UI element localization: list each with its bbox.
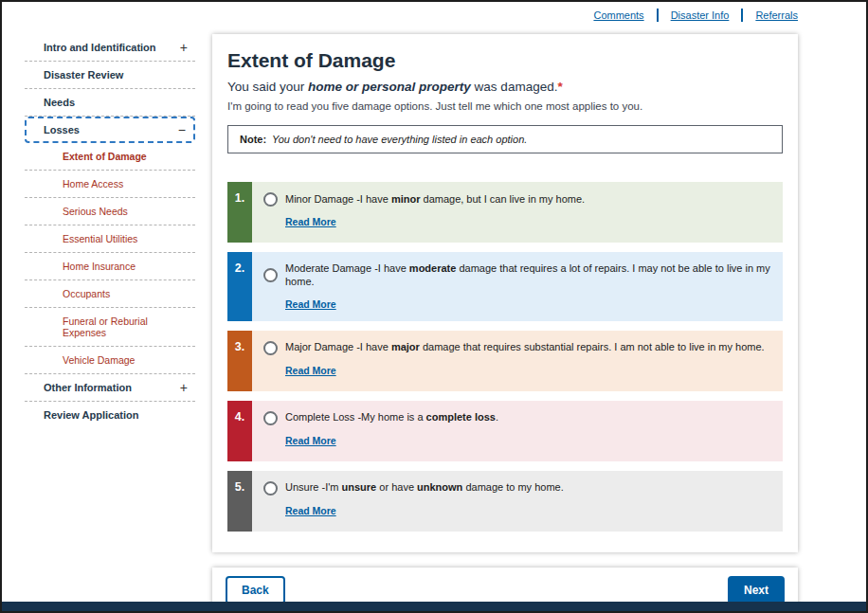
option-select-area[interactable]: Major Damage -I have major damage that r… xyxy=(263,341,771,355)
radio-button[interactable] xyxy=(263,268,278,282)
emphasized-text: home or personal property xyxy=(308,80,471,94)
option-text: Complete Loss -My home is a complete los… xyxy=(285,411,498,424)
note-label: Note: xyxy=(240,134,266,145)
option-select-area[interactable]: Unsure -I'm unsure or have unknown damag… xyxy=(263,481,771,496)
radio-button[interactable] xyxy=(263,341,278,355)
collapse-minus-icon[interactable]: − xyxy=(178,125,186,135)
next-button[interactable]: Next xyxy=(728,576,785,604)
read-more-link[interactable]: Read More xyxy=(285,365,336,376)
sidebar-subitem-serious-needs[interactable]: Serious Needs xyxy=(25,198,195,225)
option-select-area[interactable]: Complete Loss -My home is a complete los… xyxy=(263,411,771,425)
damage-option-moderate: 2. Moderate Damage -I have moderate dama… xyxy=(227,252,783,321)
sidebar-item-label: Losses xyxy=(44,124,80,135)
option-number-block: 2. xyxy=(227,252,252,321)
topbar: Comments Disaster Info Referrals xyxy=(2,2,866,28)
sidebar-item-label: Disaster Review xyxy=(44,69,123,81)
application-window: Comments Disaster Info Referrals Intro a… xyxy=(0,0,868,613)
sidebar-subitem-label: Essential Utilities xyxy=(63,233,137,244)
sidebar-subitem-funeral-or-reburial-expenses[interactable]: Funeral or Reburial Expenses xyxy=(25,308,195,347)
read-more-link[interactable]: Read More xyxy=(285,298,336,310)
read-more-link[interactable]: Read More xyxy=(285,216,336,227)
read-more-link[interactable]: Read More xyxy=(285,435,336,446)
expand-plus-icon[interactable]: + xyxy=(180,383,188,392)
sidebar-subitem-label: Home Insurance xyxy=(63,261,136,272)
sidebar-subitem-home-access[interactable]: Home Access xyxy=(25,171,195,198)
option-number-block: 1. xyxy=(227,182,252,243)
instruction-text: I'm going to read you five damage option… xyxy=(227,100,783,112)
option-text: Moderate Damage -I have moderate damage … xyxy=(285,262,771,289)
sidebar-subitem-label: Serious Needs xyxy=(63,206,128,217)
sidebar-subitem-label: Funeral or Reburial Expenses xyxy=(63,316,148,338)
radio-button[interactable] xyxy=(263,192,278,207)
option-body: Major Damage -I have major damage that r… xyxy=(252,331,783,391)
sidebar-item-disaster-review[interactable]: Disaster Review xyxy=(25,62,195,89)
damage-option-complete-loss: 4. Complete Loss -My home is a complete … xyxy=(227,401,783,461)
sidebar-item-needs[interactable]: Needs xyxy=(25,89,195,117)
sidebar-item-label: Other Information xyxy=(44,382,132,393)
damage-option-unsure: 5. Unsure -I'm unsure or have unknown da… xyxy=(227,471,783,532)
sidebar-subitem-occupants[interactable]: Occupants xyxy=(25,280,195,308)
sidebar-subitem-vehicle-damage[interactable]: Vehicle Damage xyxy=(25,347,195,374)
content-area: Intro and Identification + Disaster Revi… xyxy=(2,28,866,613)
option-number-block: 3. xyxy=(227,331,252,391)
back-button[interactable]: Back xyxy=(226,576,285,604)
sidebar-subitem-label: Occupants xyxy=(63,288,110,299)
option-number-block: 5. xyxy=(227,471,252,532)
option-text: Minor Damage -I have minor damage, but I… xyxy=(285,193,585,207)
form-card: Extent of Damage You said your home or p… xyxy=(212,34,798,552)
disaster-info-link[interactable]: Disaster Info xyxy=(671,9,730,21)
option-text: Unsure -I'm unsure or have unknown damag… xyxy=(285,481,564,495)
separator-bar xyxy=(741,9,743,22)
sidebar-subitem-essential-utilities[interactable]: Essential Utilities xyxy=(25,225,195,253)
read-more-link[interactable]: Read More xyxy=(285,505,336,516)
sidebar-item-label: Review Application xyxy=(44,409,138,421)
question-text: You said your home or personal property … xyxy=(227,80,783,94)
sidebar-item-intro-and-identification[interactable]: Intro and Identification + xyxy=(25,34,195,62)
option-body: Complete Loss -My home is a complete los… xyxy=(252,401,783,461)
comments-link[interactable]: Comments xyxy=(593,9,643,21)
expand-plus-icon[interactable]: + xyxy=(180,43,188,52)
separator-bar xyxy=(657,9,659,22)
damage-option-minor: 1. Minor Damage -I have minor damage, bu… xyxy=(227,182,783,243)
sidebar-item-review-application[interactable]: Review Application xyxy=(25,402,195,428)
site-footer-bar xyxy=(2,602,866,611)
option-text: Major Damage -I have major damage that r… xyxy=(285,341,765,354)
sidebar-subitem-label: Extent of Damage xyxy=(63,151,147,162)
sidebar-item-label: Needs xyxy=(44,97,75,108)
required-asterisk: * xyxy=(557,80,562,94)
option-select-area[interactable]: Moderate Damage -I have moderate damage … xyxy=(263,262,771,289)
option-body: Minor Damage -I have minor damage, but I… xyxy=(252,182,783,243)
note-text: You don't need to have everything listed… xyxy=(269,134,527,145)
option-select-area[interactable]: Minor Damage -I have minor damage, but I… xyxy=(263,192,771,207)
radio-button[interactable] xyxy=(263,411,278,425)
sidebar-subitem-home-insurance[interactable]: Home Insurance xyxy=(25,253,195,280)
page-title: Extent of Damage xyxy=(227,49,783,72)
sidebar-item-label: Intro and Identification xyxy=(44,42,156,53)
sidebar-item-losses[interactable]: Losses − xyxy=(25,117,195,143)
referrals-link[interactable]: Referrals xyxy=(755,9,798,21)
note-box: Note: You don't need to have everything … xyxy=(227,125,783,153)
option-number-block: 4. xyxy=(227,401,252,461)
option-body: Unsure -I'm unsure or have unknown damag… xyxy=(252,471,783,532)
radio-button[interactable] xyxy=(263,481,278,496)
option-body: Moderate Damage -I have moderate damage … xyxy=(252,252,783,321)
sidebar-subitem-extent-of-damage[interactable]: Extent of Damage xyxy=(25,143,195,171)
damage-option-major: 3. Major Damage -I have major damage tha… xyxy=(227,331,783,391)
sidebar-nav: Intro and Identification + Disaster Revi… xyxy=(2,34,195,428)
sidebar-item-other-information[interactable]: Other Information + xyxy=(25,374,195,402)
sidebar-subitem-label: Home Access xyxy=(63,178,123,189)
sidebar-subitem-label: Vehicle Damage xyxy=(63,354,135,366)
main-content: Extent of Damage You said your home or p… xyxy=(212,34,798,613)
